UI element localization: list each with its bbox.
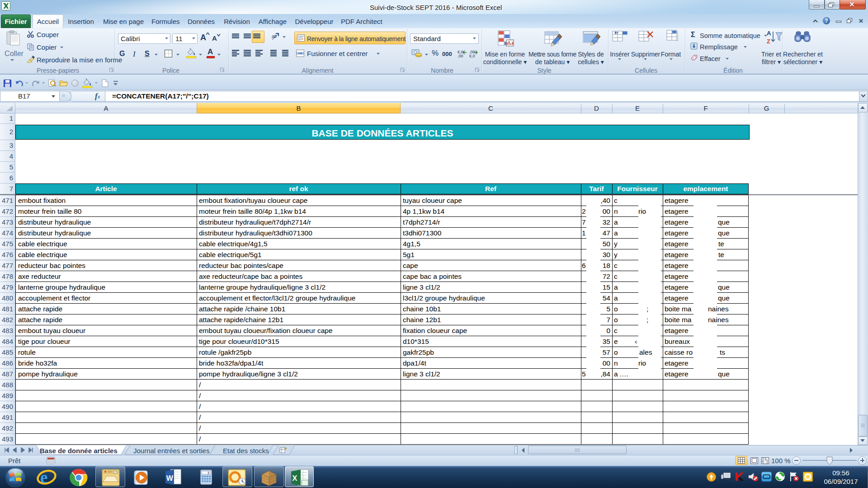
svg-text:A: A (767, 30, 771, 37)
svg-text:8: 8 (208, 471, 210, 474)
svg-text:X: X (292, 474, 297, 483)
svg-text:ab: ab (272, 34, 277, 39)
svg-text:W: W (166, 474, 174, 482)
svg-text:Z: Z (767, 38, 770, 45)
svg-text:e: e (40, 468, 47, 487)
svg-text:,00: ,00 (458, 54, 463, 58)
svg-text:€,0: €,0 (469, 54, 475, 58)
